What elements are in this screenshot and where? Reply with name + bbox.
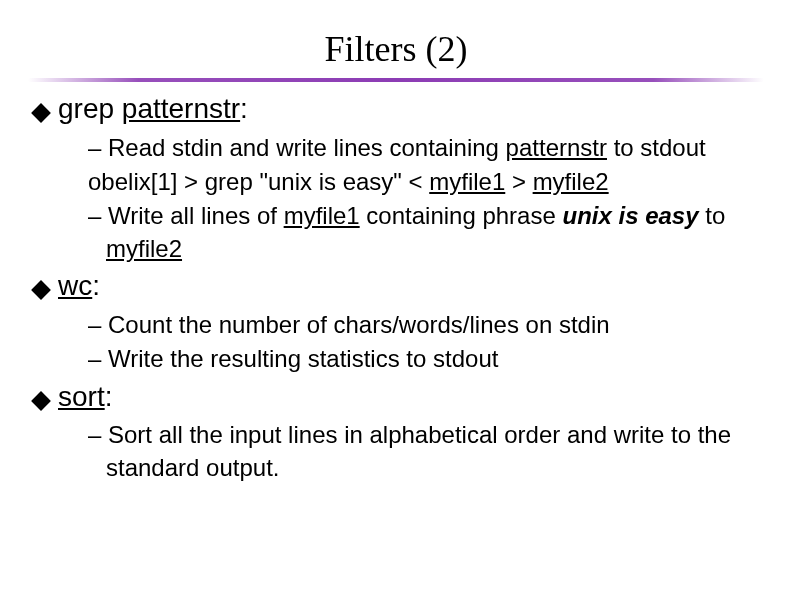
grep-colon: : <box>240 93 248 124</box>
title-divider <box>28 78 764 82</box>
text: > <box>505 168 532 195</box>
text: – Write all lines of <box>88 202 284 229</box>
text: to <box>699 202 726 229</box>
slide-content: grep patternstr: – Read stdin and write … <box>0 92 792 484</box>
grep-sub-2: obelix[1] > grep "unix is easy" < myfile… <box>88 166 760 198</box>
sort-word: sort <box>58 381 105 412</box>
bullet-sort: sort: <box>32 380 760 414</box>
text: containing phrase <box>360 202 563 229</box>
diamond-icon <box>31 280 51 300</box>
wc-colon: : <box>92 270 100 301</box>
text: obelix[1] > grep "unix is easy" < <box>88 168 429 195</box>
text: myfile1 <box>429 168 505 195</box>
grep-sub-3: – Write all lines of myfile1 containing … <box>88 200 760 265</box>
sort-colon: : <box>105 381 113 412</box>
bullet-wc-text: wc: <box>58 269 100 303</box>
text: myfile1 <box>284 202 360 229</box>
text: – Sort all the input lines in alphabetic… <box>88 421 731 480</box>
text: to stdout <box>607 134 706 161</box>
bullet-sort-text: sort: <box>58 380 112 414</box>
text: unix is easy <box>562 202 698 229</box>
bullet-grep-text: grep patternstr: <box>58 92 248 126</box>
grep-arg: patternstr <box>122 93 240 124</box>
grep-sub-1: – Read stdin and write lines containing … <box>88 132 760 164</box>
wc-sub-1: – Count the number of chars/words/lines … <box>88 309 760 341</box>
wc-sub-2: – Write the resulting statistics to stdo… <box>88 343 760 375</box>
text: – Count the number of chars/words/lines … <box>88 311 610 338</box>
text: myfile2 <box>533 168 609 195</box>
text: patternstr <box>506 134 607 161</box>
bullet-grep: grep patternstr: <box>32 92 760 126</box>
slide-title: Filters (2) <box>0 0 792 78</box>
grep-word: grep <box>58 93 122 124</box>
text: myfile2 <box>106 235 182 262</box>
diamond-icon <box>31 103 51 123</box>
sort-sub-1: – Sort all the input lines in alphabetic… <box>88 419 760 484</box>
bullet-wc: wc: <box>32 269 760 303</box>
wc-word: wc <box>58 270 92 301</box>
text: – Write the resulting statistics to stdo… <box>88 345 498 372</box>
diamond-icon <box>31 391 51 411</box>
text: – Read stdin and write lines containing <box>88 134 506 161</box>
